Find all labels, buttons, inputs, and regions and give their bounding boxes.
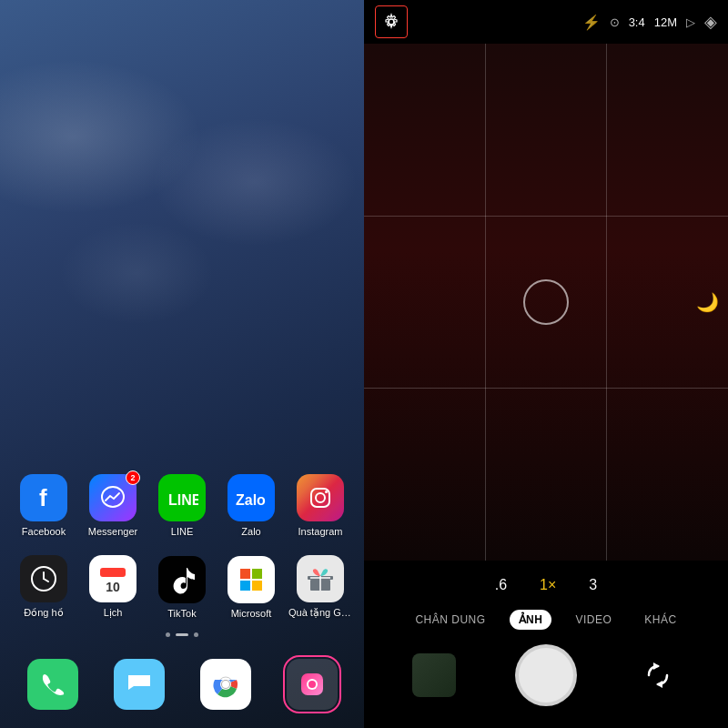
grid-line-h2 xyxy=(364,388,728,389)
svg-point-1 xyxy=(102,487,124,507)
gear-icon xyxy=(382,13,400,31)
app-instagram[interactable]: Instagram xyxy=(288,474,352,537)
zoom-0.6-button[interactable]: .6 xyxy=(488,573,514,597)
capture-controls xyxy=(364,635,728,719)
mode-chan-dung[interactable]: CHÂN DUNG xyxy=(406,610,494,630)
calendar-icon: 10 xyxy=(96,562,129,595)
svg-text:10: 10 xyxy=(106,580,120,594)
chrome-icon-wrap xyxy=(200,659,251,710)
zoom-1x-button[interactable]: 1× xyxy=(532,573,563,597)
shutter-button[interactable] xyxy=(515,644,577,706)
phone-icon xyxy=(39,671,66,698)
svg-rect-14 xyxy=(252,569,262,579)
app-facebook[interactable]: f Facebook xyxy=(12,474,76,537)
grid-line-v1 xyxy=(485,44,486,561)
mode-khac[interactable]: KHÁC xyxy=(635,610,685,630)
dot-active xyxy=(176,633,188,636)
camera-viewfinder[interactable]: 🌙 xyxy=(364,44,728,561)
phone-icon-wrap xyxy=(27,659,78,710)
app-line[interactable]: LINE LINE xyxy=(150,474,214,537)
messenger-label: Messenger xyxy=(81,526,145,537)
gallery-thumbnail[interactable] xyxy=(412,653,456,697)
facebook-label: Facebook xyxy=(12,526,76,537)
camera-mode-selector: CHÂN DUNG ẢNH VIDEO KHÁC xyxy=(364,604,728,635)
svg-point-28 xyxy=(308,681,316,688)
svg-point-5 xyxy=(316,493,325,502)
mode-anh[interactable]: ẢNH xyxy=(510,610,552,630)
microsoft-icon xyxy=(236,564,267,595)
calendar-label: Lịch xyxy=(81,607,145,619)
gift-icon-wrap xyxy=(297,555,344,602)
mode-video[interactable]: VIDEO xyxy=(566,610,621,630)
clock-label: Đồng hồ xyxy=(12,607,76,619)
megapixels-value[interactable]: 12M xyxy=(654,15,677,29)
camera-top-bar: ⚡ ⊙ 3:4 12M ▷ ◈ xyxy=(364,0,728,44)
chrome-icon xyxy=(210,669,241,700)
grid-line-v2 xyxy=(606,44,607,561)
messenger-icon xyxy=(98,483,127,512)
page-dots xyxy=(166,632,198,637)
messenger-badge: 2 xyxy=(126,470,140,485)
ratio-value[interactable]: 3:4 xyxy=(629,15,645,29)
camera-panel: ⚡ ⊙ 3:4 12M ▷ ◈ 🌙 .6 1× 3 CHÂ xyxy=(364,0,728,728)
facebook-icon-wrap: f xyxy=(20,474,67,521)
zoom-controls: .6 1× 3 xyxy=(364,561,728,604)
screenrecord-icon xyxy=(298,670,327,699)
svg-line-9 xyxy=(44,579,48,581)
app-zalo[interactable]: Zalo Zalo xyxy=(219,474,283,537)
instagram-icon-wrap xyxy=(297,474,344,521)
dock-phone[interactable] xyxy=(21,659,85,710)
app-row-1: f Facebook 2 Messenger xyxy=(9,474,355,537)
app-gift[interactable]: Quà tặng Gal... xyxy=(288,555,352,619)
svg-text:Zalo: Zalo xyxy=(236,492,266,508)
flip-camera-icon xyxy=(642,659,674,692)
svg-point-6 xyxy=(325,490,328,493)
bluetooth-icon: ⚡ xyxy=(582,14,601,31)
line-icon-wrap: LINE xyxy=(158,474,206,521)
clock-icon-wrap xyxy=(20,555,67,602)
dot-3 xyxy=(194,632,198,637)
focus-indicator xyxy=(523,279,569,325)
flip-camera-button[interactable] xyxy=(636,653,680,697)
app-microsoft[interactable]: Microsoft xyxy=(219,556,283,619)
layers-icon: ◈ xyxy=(704,12,717,32)
wallpaper xyxy=(0,0,364,728)
zalo-icon: Zalo xyxy=(234,481,268,514)
svg-marker-31 xyxy=(656,681,662,688)
shutter-inner xyxy=(519,648,573,703)
instagram-label: Instagram xyxy=(288,526,352,537)
settings-button[interactable] xyxy=(375,5,408,38)
svg-point-25 xyxy=(222,681,229,688)
instagram-icon xyxy=(306,483,335,512)
app-row-2: Đồng hồ 10 Lịch xyxy=(9,555,355,619)
line-icon: LINE xyxy=(166,481,198,514)
dock-screenrecord[interactable] xyxy=(280,659,344,710)
svg-point-29 xyxy=(389,19,394,25)
home-screen: f Facebook 2 Messenger xyxy=(0,0,364,728)
messages-icon-wrap xyxy=(114,659,165,710)
svg-text:LINE: LINE xyxy=(168,492,198,508)
dock-chrome[interactable] xyxy=(194,659,258,710)
screenrecord-icon-wrap xyxy=(287,659,338,710)
gift-label: Quà tặng Gal... xyxy=(288,607,352,619)
tiktok-icon xyxy=(167,564,197,595)
zoom-3-button[interactable]: 3 xyxy=(581,573,604,597)
app-tiktok[interactable]: TikTok xyxy=(150,556,214,619)
facebook-icon: f xyxy=(30,484,57,511)
app-calendar[interactable]: 10 Lịch xyxy=(81,555,145,619)
svg-rect-16 xyxy=(252,581,262,591)
tiktok-icon-wrap xyxy=(158,556,206,603)
app-messenger[interactable]: 2 Messenger xyxy=(81,474,145,537)
camera-status: ⚡ ⊙ 3:4 12M ▷ ◈ xyxy=(582,12,717,32)
grid-line-h1 xyxy=(364,216,728,217)
messages-icon xyxy=(125,670,154,699)
app-clock[interactable]: Đồng hồ xyxy=(12,555,76,619)
app-grid: f Facebook 2 Messenger xyxy=(9,474,355,619)
timer-icon: ⊙ xyxy=(610,15,620,29)
dot-1 xyxy=(166,632,170,637)
messenger-icon-wrap: 2 xyxy=(89,474,136,521)
microsoft-icon-wrap xyxy=(228,556,275,603)
dock-messages[interactable] xyxy=(107,659,171,710)
night-mode-button[interactable]: 🌙 xyxy=(696,291,719,313)
microsoft-label: Microsoft xyxy=(219,608,283,619)
